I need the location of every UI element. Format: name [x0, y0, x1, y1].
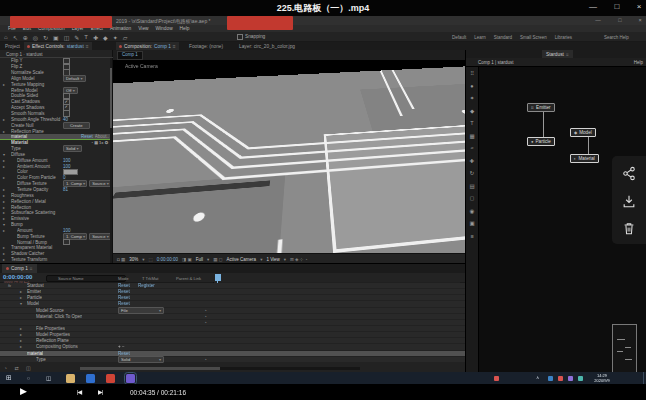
search-icon[interactable]: ○ — [27, 375, 30, 381]
ae-maximize-button[interactable]: □ — [614, 17, 626, 23]
next-button[interactable]: ▶| — [98, 388, 102, 395]
current-timecode[interactable]: 0:00:00:00 — [3, 274, 32, 280]
tray-icon[interactable] — [578, 376, 583, 381]
workspace-item[interactable]: Standard — [494, 35, 512, 40]
delete-icon[interactable] — [622, 221, 636, 236]
twirl-icon[interactable]: ▾ — [3, 152, 5, 157]
stopwatch-icon[interactable]: ◔ — [204, 314, 207, 319]
dropdown[interactable]: Solid▾ — [118, 356, 164, 363]
timeline-toggles[interactable]: ◔ ⇄ ◫ — [4, 365, 34, 371]
play-button[interactable]: ▶ — [20, 386, 27, 396]
tool-icon[interactable]: ◫ — [64, 34, 70, 41]
close-button[interactable]: × — [632, 2, 646, 11]
tool-icon[interactable]: ◎ — [33, 34, 38, 41]
tool-icon[interactable]: ✎ — [74, 34, 79, 41]
reset-link[interactable]: Reset — [118, 283, 130, 288]
twirl-icon[interactable]: ▸ — [3, 164, 5, 169]
taskbar-app-icon[interactable] — [86, 374, 95, 383]
viewer-option[interactable]: 0:00:00:00 — [157, 257, 178, 262]
twirl-icon[interactable]: ▸ — [3, 210, 5, 215]
search-help[interactable]: Search Help — [604, 35, 629, 40]
tool-icon[interactable]: ↻ — [43, 34, 48, 41]
viewer-option[interactable]: ◨ ▣ — [182, 257, 192, 262]
viewer-option[interactable]: ▾ — [142, 257, 144, 262]
tool-icon[interactable]: T — [84, 34, 88, 40]
ae-minimize-button[interactable]: — — [592, 17, 604, 23]
selection-rectangle[interactable] — [283, 154, 320, 194]
previous-button[interactable]: |◀ — [77, 388, 81, 395]
taskbar-clock[interactable]: 14:29 2020/9/9 — [588, 373, 616, 383]
workspace-item[interactable]: Default — [452, 35, 466, 40]
reset-link[interactable]: Reset — [118, 295, 130, 300]
property-value[interactable]: 81 — [63, 187, 68, 192]
twirl-icon[interactable]: ▸ — [20, 344, 22, 349]
graph-node[interactable]: ⠿ Emitter — [527, 103, 555, 112]
tool-icon[interactable]: ▱ — [123, 34, 128, 41]
viewer-option[interactable]: ▾ — [207, 257, 209, 262]
tab-effect-controls[interactable]: Effect Controls: stardust ≡ — [24, 42, 92, 50]
node-type-icon[interactable]: ● — [470, 84, 473, 90]
stopwatch-icon[interactable]: ◔ — [204, 320, 207, 325]
playhead-handle[interactable] — [215, 274, 221, 281]
viewer-option[interactable]: ◘ ▦ — [117, 257, 125, 262]
help-link[interactable]: Help — [634, 60, 643, 65]
property-value[interactable]: 100 — [63, 164, 71, 169]
maximize-button[interactable]: □ — [610, 2, 624, 11]
viewer-option[interactable]: 30% — [129, 257, 138, 262]
graph-minimap[interactable] — [612, 324, 637, 376]
node-type-icon[interactable]: ▦ — [469, 134, 474, 140]
workspace-item[interactable]: Libraries — [555, 35, 572, 40]
ae-close-button[interactable]: × — [634, 17, 646, 23]
twirl-icon[interactable]: ▸ — [3, 228, 5, 233]
viewer-option[interactable]: ▾ — [260, 257, 262, 262]
twirl-icon[interactable]: ▾ — [3, 222, 5, 227]
node-type-icon[interactable]: ✚ — [470, 159, 475, 165]
show-desktop-button[interactable] — [643, 372, 644, 384]
node-type-icon[interactable]: T — [470, 121, 473, 127]
menu-item[interactable]: Window — [156, 26, 173, 31]
twirl-icon[interactable]: ▸ — [3, 199, 5, 204]
node-type-icon[interactable]: ≈ — [470, 146, 473, 152]
twirl-icon[interactable]: ▸ — [20, 326, 22, 331]
menu-item[interactable]: View — [138, 26, 148, 31]
panel-menu-icon[interactable]: ≡ — [566, 52, 569, 57]
node-type-icon[interactable]: ◆ — [470, 109, 474, 115]
reset-link[interactable]: Reset — [118, 289, 130, 294]
about-link[interactable]: About.. — [95, 134, 109, 139]
twirl-icon[interactable]: ▸ — [3, 245, 5, 250]
tray-icon[interactable] — [548, 376, 553, 381]
tab-project[interactable]: Project — [2, 42, 23, 50]
tab-composition[interactable]: Composition: Comp 1 ≡ — [116, 42, 179, 50]
timeline-scrollbar[interactable] — [80, 367, 360, 370]
snapping-checkbox[interactable] — [237, 34, 243, 40]
tab-footage[interactable]: Footage: (none) — [186, 42, 226, 50]
graph-node[interactable]: ◆ Model — [570, 128, 596, 137]
node-type-icon[interactable]: ⠿ — [470, 71, 474, 77]
node-type-icon[interactable]: ◉ — [470, 209, 475, 215]
twirl-icon[interactable]: ▸ — [3, 175, 5, 180]
viewer-option[interactable]: ⊞ ◈ ⊹ ◔ — [290, 257, 307, 262]
twirl-icon[interactable]: ▸ — [3, 187, 5, 192]
panel-menu-icon[interactable]: ≡ — [30, 266, 33, 271]
twirl-icon[interactable]: ▸ — [3, 129, 5, 134]
workspace-item[interactable]: Small Screen — [520, 35, 547, 40]
node-type-icon[interactable]: ✦ — [470, 96, 475, 102]
twirl-icon[interactable]: ▸ — [3, 158, 5, 163]
node-type-icon[interactable]: ▤ — [469, 184, 474, 190]
twirl-icon[interactable]: ▸ — [3, 205, 5, 210]
twirl-icon[interactable]: ▸ — [3, 82, 5, 87]
twirl-icon[interactable]: ▾ — [20, 301, 22, 306]
dropdown[interactable]: File▾ — [118, 307, 164, 314]
tool-icon[interactable]: ⊕ — [23, 34, 28, 41]
twirl-icon[interactable]: ▸ — [20, 338, 22, 343]
twirl-icon[interactable]: ▸ — [20, 295, 22, 300]
tray-icon[interactable] — [568, 376, 573, 381]
menu-item[interactable]: Help — [180, 26, 190, 31]
tray-icon[interactable] — [558, 376, 563, 381]
twirl-icon[interactable]: ▸ — [3, 193, 5, 198]
tray-expand-icon[interactable]: ∧ — [536, 375, 539, 380]
tray-icon[interactable] — [494, 376, 499, 381]
twirl-icon[interactable]: ▸ — [3, 117, 5, 122]
tab-layer[interactable]: Layer: circ_20_b_color.jpg — [236, 42, 298, 50]
share-icon[interactable] — [622, 166, 636, 181]
